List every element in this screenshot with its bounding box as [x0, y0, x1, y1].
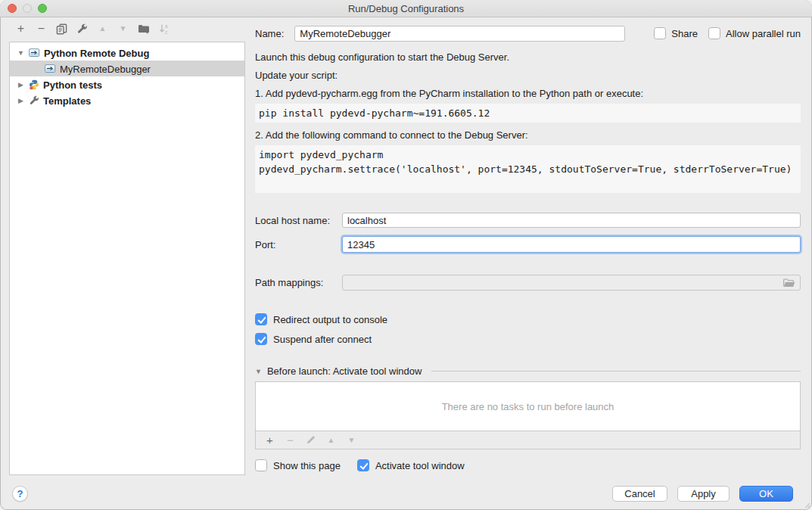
allow-parallel-run-checkbox[interactable]: [708, 27, 720, 39]
allow-parallel-run-label[interactable]: Allow parallel run: [726, 28, 801, 39]
sidebar-toolbar: + − ▲ ▼: [0, 17, 255, 40]
task-list-toolbar: + − ▲ ▼: [255, 431, 801, 449]
templates-wrench-icon: [29, 95, 39, 106]
remote-debug-icon: [45, 64, 56, 73]
collapse-section-icon[interactable]: ▼: [255, 368, 262, 375]
add-task-icon[interactable]: +: [260, 433, 280, 448]
configurations-tree: ▼ Python Remote Debug: [9, 42, 245, 475]
show-this-page-label[interactable]: Show this page: [273, 460, 341, 471]
svg-text:z: z: [165, 30, 167, 35]
empty-task-message: There are no tasks to run before launch: [442, 401, 614, 412]
title-bar[interactable]: Run/Debug Configurations: [0, 0, 812, 17]
move-task-up-icon: ▲: [321, 433, 341, 448]
redirect-output-label[interactable]: Redirect output to console: [273, 314, 387, 325]
tree-item-myremotedebugger[interactable]: MyRemoteDebugger: [10, 61, 244, 76]
ok-button[interactable]: OK: [739, 486, 793, 502]
remove-configuration-icon[interactable]: −: [31, 21, 51, 36]
edit-task-icon: [300, 433, 321, 448]
local-host-label: Local host name:: [255, 215, 342, 226]
pip-install-code-block: pip install pydevd-pycharm~=191.6605.12: [255, 104, 801, 123]
cancel-button[interactable]: Cancel: [612, 486, 667, 502]
folder-plus-icon: [138, 23, 150, 34]
path-mappings-field[interactable]: [342, 275, 801, 291]
instruction-line-2: Update your script:: [255, 70, 801, 81]
name-row: Name: Share Allow parallel run: [255, 25, 801, 42]
svg-text:a: a: [165, 23, 168, 29]
activate-tool-window-checkbox[interactable]: [357, 459, 369, 471]
section-divider: [431, 371, 801, 372]
tree-item-label: MyRemoteDebugger: [60, 63, 151, 75]
new-folder-icon[interactable]: [133, 21, 154, 36]
python-tests-icon: [29, 79, 39, 90]
redirect-output-checkbox[interactable]: [255, 313, 267, 325]
wrench-icon: [76, 23, 88, 35]
run-debug-configurations-dialog: Run/Debug Configurations + − ▲ ▼: [0, 0, 812, 510]
dialog-buttons: Cancel Apply OK: [612, 486, 793, 502]
tree-item-python-tests[interactable]: ▶ Python tests: [10, 76, 244, 92]
window-title: Run/Debug Configurations: [348, 3, 464, 14]
chevron-right-icon[interactable]: ▶: [17, 97, 25, 104]
tree-item-label: Templates: [43, 95, 91, 107]
redirect-output-row: Redirect output to console: [255, 313, 801, 325]
code-line-2: pydevd_pycharm.settrace('localhost', por…: [259, 163, 792, 175]
question-mark-icon: ?: [17, 488, 23, 499]
zoom-window-button[interactable]: [38, 4, 47, 13]
apply-button[interactable]: Apply: [677, 486, 730, 502]
add-configuration-icon[interactable]: +: [11, 21, 31, 36]
remove-task-icon: −: [280, 433, 300, 448]
suspend-after-connect-label[interactable]: Suspend after connect: [273, 334, 372, 345]
tree-item-label: Python tests: [43, 79, 102, 91]
open-folder-icon[interactable]: [782, 278, 796, 288]
configurations-sidebar: + − ▲ ▼: [0, 17, 255, 510]
share-checkbox[interactable]: [654, 27, 666, 39]
suspend-after-connect-checkbox[interactable]: [255, 333, 267, 345]
before-launch-task-list: There are no tasks to run before launch: [255, 381, 801, 431]
chevron-down-icon[interactable]: ▼: [17, 49, 25, 57]
instruction-line-1: Launch this debug configuration to start…: [255, 51, 801, 63]
path-mappings-row: Path mappings:: [255, 275, 801, 291]
remote-debug-icon: [29, 48, 40, 58]
tree-item-templates[interactable]: ▶ Templates: [10, 92, 244, 108]
settrace-code-block: import pydevd_pycharmpydevd_pycharm.sett…: [255, 145, 801, 193]
suspend-after-connect-row: Suspend after connect: [255, 333, 801, 345]
configuration-editor: Name: Share Allow parallel run Launch th…: [255, 17, 801, 471]
move-task-down-icon: ▼: [341, 433, 362, 448]
top-checkboxes: Share Allow parallel run: [654, 27, 801, 39]
show-this-page-checkbox[interactable]: [255, 459, 267, 471]
sort-alphabetically-icon: a z: [154, 21, 174, 36]
edit-configuration-icon[interactable]: [72, 21, 92, 36]
copy-icon: [56, 23, 67, 35]
local-host-row: Local host name:: [255, 213, 801, 228]
port-row: Port:: [255, 236, 801, 253]
path-mappings-label: Path mappings:: [255, 277, 342, 288]
tree-item-python-remote-debug[interactable]: ▼ Python Remote Debug: [10, 45, 244, 61]
name-input[interactable]: [294, 26, 625, 42]
page-options-row: Show this page Activate tool window: [255, 459, 801, 471]
instruction-step-2: 2. Add the following command to connect …: [255, 129, 801, 141]
share-label[interactable]: Share: [671, 28, 698, 39]
instruction-step-1: 1. Add pydevd-pycharm.egg from the PyCha…: [255, 88, 801, 99]
share-group: Share: [654, 27, 698, 39]
pencil-icon: [306, 435, 316, 445]
before-launch-title: Before launch: Activate tool window: [267, 365, 422, 377]
move-up-icon: ▲: [92, 21, 113, 36]
tree-item-label: Python Remote Debug: [44, 47, 149, 59]
close-window-button[interactable]: [8, 4, 17, 13]
copy-configuration-icon[interactable]: [51, 21, 72, 36]
chevron-right-icon[interactable]: ▶: [17, 81, 25, 89]
local-host-input[interactable]: [342, 213, 801, 228]
sort-az-icon: a z: [159, 23, 170, 34]
port-input[interactable]: [342, 236, 801, 253]
resize-grip[interactable]: [803, 501, 810, 508]
name-label: Name:: [255, 28, 284, 39]
help-button[interactable]: ?: [12, 486, 28, 502]
minimize-window-button: [23, 4, 32, 13]
allow-parallel-run-group: Allow parallel run: [708, 27, 801, 39]
code-line-1: import pydevd_pycharm: [259, 149, 383, 160]
port-label: Port:: [255, 239, 342, 250]
move-down-icon: ▼: [113, 21, 133, 36]
window-controls: [8, 4, 47, 13]
activate-tool-window-label[interactable]: Activate tool window: [375, 460, 465, 471]
before-launch-header: ▼ Before launch: Activate tool window: [255, 365, 801, 377]
